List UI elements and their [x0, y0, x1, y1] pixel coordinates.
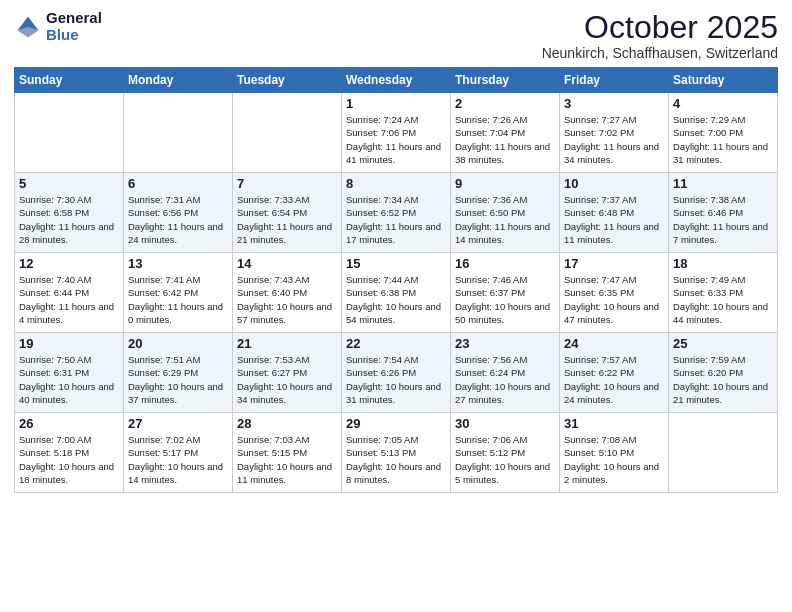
- table-row: 16Sunrise: 7:46 AM Sunset: 6:37 PM Dayli…: [451, 253, 560, 333]
- day-number: 26: [19, 416, 119, 431]
- day-info: Sunrise: 7:40 AM Sunset: 6:44 PM Dayligh…: [19, 273, 119, 326]
- day-info: Sunrise: 7:49 AM Sunset: 6:33 PM Dayligh…: [673, 273, 773, 326]
- day-number: 28: [237, 416, 337, 431]
- day-info: Sunrise: 7:05 AM Sunset: 5:13 PM Dayligh…: [346, 433, 446, 486]
- day-number: 9: [455, 176, 555, 191]
- day-number: 23: [455, 336, 555, 351]
- day-number: 13: [128, 256, 228, 271]
- day-number: 24: [564, 336, 664, 351]
- day-info: Sunrise: 7:06 AM Sunset: 5:12 PM Dayligh…: [455, 433, 555, 486]
- day-info: Sunrise: 7:38 AM Sunset: 6:46 PM Dayligh…: [673, 193, 773, 246]
- table-row: 9Sunrise: 7:36 AM Sunset: 6:50 PM Daylig…: [451, 173, 560, 253]
- table-row: 30Sunrise: 7:06 AM Sunset: 5:12 PM Dayli…: [451, 413, 560, 493]
- day-number: 25: [673, 336, 773, 351]
- day-info: Sunrise: 7:00 AM Sunset: 5:18 PM Dayligh…: [19, 433, 119, 486]
- logo-text: General Blue: [46, 10, 102, 43]
- logo: General Blue: [14, 10, 102, 43]
- table-row: [233, 93, 342, 173]
- header-thursday: Thursday: [451, 68, 560, 93]
- table-row: 8Sunrise: 7:34 AM Sunset: 6:52 PM Daylig…: [342, 173, 451, 253]
- day-info: Sunrise: 7:47 AM Sunset: 6:35 PM Dayligh…: [564, 273, 664, 326]
- day-info: Sunrise: 7:08 AM Sunset: 5:10 PM Dayligh…: [564, 433, 664, 486]
- table-row: 25Sunrise: 7:59 AM Sunset: 6:20 PM Dayli…: [669, 333, 778, 413]
- table-row: 22Sunrise: 7:54 AM Sunset: 6:26 PM Dayli…: [342, 333, 451, 413]
- day-info: Sunrise: 7:41 AM Sunset: 6:42 PM Dayligh…: [128, 273, 228, 326]
- day-info: Sunrise: 7:30 AM Sunset: 6:58 PM Dayligh…: [19, 193, 119, 246]
- table-row: 2Sunrise: 7:26 AM Sunset: 7:04 PM Daylig…: [451, 93, 560, 173]
- day-info: Sunrise: 7:59 AM Sunset: 6:20 PM Dayligh…: [673, 353, 773, 406]
- table-row: 20Sunrise: 7:51 AM Sunset: 6:29 PM Dayli…: [124, 333, 233, 413]
- day-info: Sunrise: 7:37 AM Sunset: 6:48 PM Dayligh…: [564, 193, 664, 246]
- day-number: 17: [564, 256, 664, 271]
- day-info: Sunrise: 7:51 AM Sunset: 6:29 PM Dayligh…: [128, 353, 228, 406]
- table-row: 27Sunrise: 7:02 AM Sunset: 5:17 PM Dayli…: [124, 413, 233, 493]
- day-info: Sunrise: 7:46 AM Sunset: 6:37 PM Dayligh…: [455, 273, 555, 326]
- table-row: [669, 413, 778, 493]
- table-row: 5Sunrise: 7:30 AM Sunset: 6:58 PM Daylig…: [15, 173, 124, 253]
- page: General Blue October 2025 Neunkirch, Sch…: [0, 0, 792, 612]
- day-number: 2: [455, 96, 555, 111]
- day-number: 15: [346, 256, 446, 271]
- day-number: 7: [237, 176, 337, 191]
- table-row: 7Sunrise: 7:33 AM Sunset: 6:54 PM Daylig…: [233, 173, 342, 253]
- day-number: 27: [128, 416, 228, 431]
- logo-blue-text: Blue: [46, 27, 102, 44]
- day-number: 21: [237, 336, 337, 351]
- calendar-table: Sunday Monday Tuesday Wednesday Thursday…: [14, 67, 778, 493]
- header-sunday: Sunday: [15, 68, 124, 93]
- day-number: 1: [346, 96, 446, 111]
- day-number: 6: [128, 176, 228, 191]
- day-info: Sunrise: 7:57 AM Sunset: 6:22 PM Dayligh…: [564, 353, 664, 406]
- day-number: 3: [564, 96, 664, 111]
- day-info: Sunrise: 7:02 AM Sunset: 5:17 PM Dayligh…: [128, 433, 228, 486]
- day-number: 29: [346, 416, 446, 431]
- day-number: 14: [237, 256, 337, 271]
- header-friday: Friday: [560, 68, 669, 93]
- table-row: 18Sunrise: 7:49 AM Sunset: 6:33 PM Dayli…: [669, 253, 778, 333]
- table-row: 1Sunrise: 7:24 AM Sunset: 7:06 PM Daylig…: [342, 93, 451, 173]
- table-row: 4Sunrise: 7:29 AM Sunset: 7:00 PM Daylig…: [669, 93, 778, 173]
- day-info: Sunrise: 7:54 AM Sunset: 6:26 PM Dayligh…: [346, 353, 446, 406]
- table-row: 29Sunrise: 7:05 AM Sunset: 5:13 PM Dayli…: [342, 413, 451, 493]
- day-number: 31: [564, 416, 664, 431]
- table-row: 24Sunrise: 7:57 AM Sunset: 6:22 PM Dayli…: [560, 333, 669, 413]
- location: Neunkirch, Schaffhausen, Switzerland: [542, 45, 778, 61]
- logo-icon: [14, 13, 42, 41]
- day-info: Sunrise: 7:44 AM Sunset: 6:38 PM Dayligh…: [346, 273, 446, 326]
- day-info: Sunrise: 7:33 AM Sunset: 6:54 PM Dayligh…: [237, 193, 337, 246]
- table-row: 13Sunrise: 7:41 AM Sunset: 6:42 PM Dayli…: [124, 253, 233, 333]
- table-row: 28Sunrise: 7:03 AM Sunset: 5:15 PM Dayli…: [233, 413, 342, 493]
- header-saturday: Saturday: [669, 68, 778, 93]
- table-row: 19Sunrise: 7:50 AM Sunset: 6:31 PM Dayli…: [15, 333, 124, 413]
- day-info: Sunrise: 7:56 AM Sunset: 6:24 PM Dayligh…: [455, 353, 555, 406]
- table-row: 3Sunrise: 7:27 AM Sunset: 7:02 PM Daylig…: [560, 93, 669, 173]
- day-number: 5: [19, 176, 119, 191]
- day-number: 20: [128, 336, 228, 351]
- day-info: Sunrise: 7:34 AM Sunset: 6:52 PM Dayligh…: [346, 193, 446, 246]
- table-row: 14Sunrise: 7:43 AM Sunset: 6:40 PM Dayli…: [233, 253, 342, 333]
- table-row: [124, 93, 233, 173]
- table-row: 11Sunrise: 7:38 AM Sunset: 6:46 PM Dayli…: [669, 173, 778, 253]
- day-number: 22: [346, 336, 446, 351]
- day-info: Sunrise: 7:24 AM Sunset: 7:06 PM Dayligh…: [346, 113, 446, 166]
- day-number: 18: [673, 256, 773, 271]
- table-row: 23Sunrise: 7:56 AM Sunset: 6:24 PM Dayli…: [451, 333, 560, 413]
- table-row: 10Sunrise: 7:37 AM Sunset: 6:48 PM Dayli…: [560, 173, 669, 253]
- day-number: 19: [19, 336, 119, 351]
- day-number: 16: [455, 256, 555, 271]
- table-row: 12Sunrise: 7:40 AM Sunset: 6:44 PM Dayli…: [15, 253, 124, 333]
- day-number: 12: [19, 256, 119, 271]
- day-info: Sunrise: 7:27 AM Sunset: 7:02 PM Dayligh…: [564, 113, 664, 166]
- day-info: Sunrise: 7:43 AM Sunset: 6:40 PM Dayligh…: [237, 273, 337, 326]
- header-tuesday: Tuesday: [233, 68, 342, 93]
- table-row: 26Sunrise: 7:00 AM Sunset: 5:18 PM Dayli…: [15, 413, 124, 493]
- table-row: 15Sunrise: 7:44 AM Sunset: 6:38 PM Dayli…: [342, 253, 451, 333]
- table-row: 6Sunrise: 7:31 AM Sunset: 6:56 PM Daylig…: [124, 173, 233, 253]
- header-monday: Monday: [124, 68, 233, 93]
- table-row: 21Sunrise: 7:53 AM Sunset: 6:27 PM Dayli…: [233, 333, 342, 413]
- day-info: Sunrise: 7:03 AM Sunset: 5:15 PM Dayligh…: [237, 433, 337, 486]
- header-wednesday: Wednesday: [342, 68, 451, 93]
- day-info: Sunrise: 7:36 AM Sunset: 6:50 PM Dayligh…: [455, 193, 555, 246]
- day-info: Sunrise: 7:29 AM Sunset: 7:00 PM Dayligh…: [673, 113, 773, 166]
- day-info: Sunrise: 7:53 AM Sunset: 6:27 PM Dayligh…: [237, 353, 337, 406]
